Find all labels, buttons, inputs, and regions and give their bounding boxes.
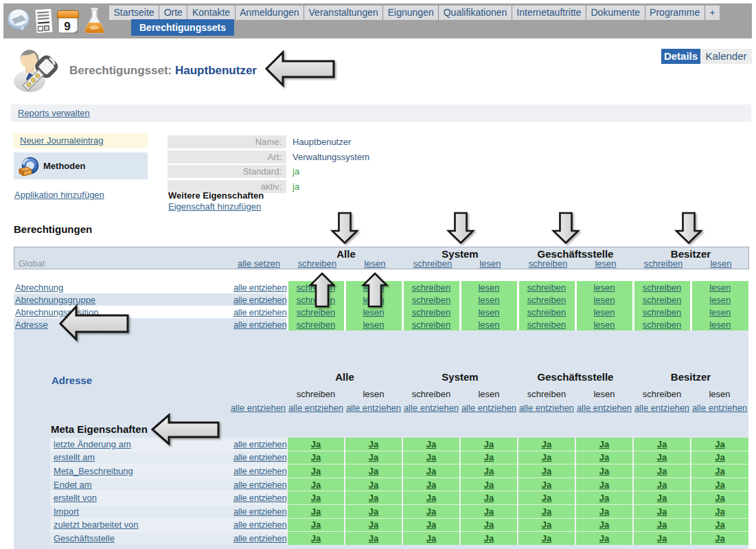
svg-text:9: 9 [64,20,70,33]
